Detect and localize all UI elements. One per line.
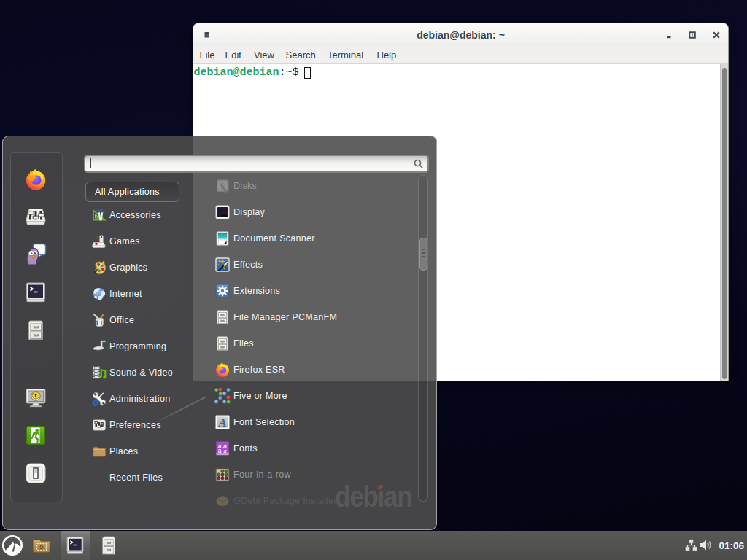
svg-text:D: D <box>39 544 44 551</box>
